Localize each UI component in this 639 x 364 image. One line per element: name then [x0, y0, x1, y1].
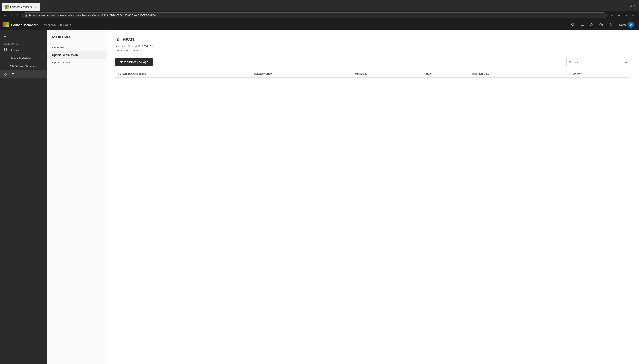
sub-nav: IoTInspire Overview Update submission Up…	[47, 30, 107, 364]
search-icon[interactable]	[622, 58, 630, 66]
hamburger-icon[interactable]: ☰	[0, 32, 47, 41]
svg-rect-3	[7, 7, 9, 9]
top-bar: Partner Dashboard | Windows 10 IoT Core	[0, 20, 639, 30]
subnav-item-update-flighting[interactable]: Update flighting	[47, 59, 107, 66]
svg-rect-5	[6, 22, 9, 24]
browser-nav: ← → ↻ 🔒 https://partner.microsoft.com/en…	[0, 11, 639, 20]
svg-rect-0	[5, 5, 7, 7]
sidebar-label-drivers: Drivers	[10, 48, 19, 52]
hub-btn[interactable]: ≡	[616, 12, 622, 18]
more-btn[interactable]: ···	[629, 12, 635, 18]
col-header-update-id[interactable]: Update ID	[353, 70, 423, 78]
tab-close-btn[interactable]: ✕	[34, 5, 37, 9]
chat-icon-btn[interactable]	[578, 20, 587, 29]
data-table: Custom package name Release verison Upda…	[115, 70, 630, 78]
reload-btn[interactable]: ↻	[16, 12, 21, 18]
meta-variant-id: Hardware Variant ID: IoTHw01	[115, 45, 630, 48]
new-custom-package-btn[interactable]: New custom package	[115, 58, 153, 66]
share-btn[interactable]: ↗	[623, 12, 629, 18]
nav-actions: ☆ ≡ ↗ ···	[607, 12, 637, 18]
sidebar-label-device-metadata: Device Metadata	[10, 56, 31, 60]
topbar-subtitle: Windows 10 IoT Core	[44, 23, 71, 26]
svg-rect-6	[4, 25, 6, 27]
svg-line-31	[627, 62, 628, 63]
meta-architecture: Architecture: ARM	[115, 49, 630, 52]
content-panel: IoTInspire Overview Update submission Up…	[47, 30, 639, 364]
tab-favicon	[5, 5, 9, 9]
back-btn[interactable]: ←	[2, 12, 8, 18]
app-shell: Partner Dashboard | Windows 10 IoT Core	[0, 20, 639, 364]
toolbar: New custom package	[115, 58, 630, 66]
browser-chrome: Partner Dashboard ✕ + ─ □ ✕	[0, 0, 639, 11]
subnav-title: IoTInspire	[47, 35, 107, 44]
col-header-release[interactable]: Release verison	[251, 70, 353, 78]
subnav-item-overview[interactable]: Overview	[47, 44, 107, 51]
svg-point-8	[572, 24, 574, 26]
help-icon-btn[interactable]: ?	[597, 20, 605, 29]
svg-rect-17	[4, 50, 5, 52]
svg-point-11	[591, 24, 592, 25]
people-icon-btn[interactable]	[587, 20, 596, 29]
svg-rect-4	[4, 22, 6, 24]
sidebar-item-device-metadata[interactable]: Device Metadata	[0, 54, 47, 62]
svg-rect-16	[6, 48, 7, 50]
sidebar-item-file-signing[interactable]: File Signing Services	[0, 62, 47, 70]
svg-point-25	[4, 73, 7, 76]
svg-rect-15	[4, 48, 5, 50]
file-signing-icon	[4, 64, 7, 68]
minimize-btn[interactable]: ─	[626, 4, 628, 7]
svg-rect-1	[7, 5, 9, 7]
search-box[interactable]	[566, 58, 630, 66]
sidebar-section-hardware: HARDWARE	[0, 41, 47, 46]
svg-rect-10	[581, 23, 584, 26]
user-area[interactable]: Demo D	[617, 21, 635, 28]
main-content: IoTHw01 Hardware Variant ID: IoTHw01 Arc…	[107, 30, 639, 364]
svg-line-9	[574, 26, 574, 26]
active-tab[interactable]: Partner Dashboard ✕	[2, 3, 41, 11]
sort-icon-modified: ↑	[491, 73, 492, 75]
forward-btn[interactable]: →	[9, 12, 15, 18]
browser-tabs: Partner Dashboard ✕ +	[2, 0, 47, 11]
sidebar: ☰ HARDWARE Drivers	[0, 30, 47, 364]
svg-text:?: ?	[600, 24, 602, 26]
main-layout: ☰ HARDWARE Drivers	[0, 30, 639, 364]
settings-icon-btn[interactable]	[606, 20, 615, 29]
svg-rect-7	[6, 25, 9, 27]
table-header-row: Custom package name Release verison Upda…	[115, 70, 630, 78]
col-header-name[interactable]: Custom package name	[115, 70, 251, 78]
address-bar[interactable]: 🔒 https://partner.microsoft.com/en-us/da…	[22, 12, 606, 18]
sidebar-item-drivers[interactable]: Drivers	[0, 46, 47, 54]
page-title: IoTHw01	[115, 37, 630, 42]
sidebar-label-file-signing: File Signing Services	[10, 65, 36, 68]
url-text: https://partner.microsoft.com/en-us/dash…	[29, 14, 156, 17]
tab-title: Partner Dashboard	[10, 6, 32, 8]
lock-icon: 🔒	[25, 14, 28, 17]
user-name: Demo	[619, 23, 626, 26]
col-header-actions[interactable]: Actions	[571, 70, 630, 78]
ms-logo	[4, 22, 9, 27]
svg-point-24	[5, 74, 6, 75]
svg-point-14	[610, 24, 611, 26]
top-bar-icons: ?	[569, 20, 615, 29]
search-icon-btn[interactable]	[569, 20, 577, 29]
subnav-item-update-submission[interactable]: Update submission	[47, 51, 107, 59]
new-tab-btn[interactable]: +	[41, 5, 47, 11]
close-btn[interactable]: ✕	[633, 4, 635, 7]
topbar-title: Partner Dashboard	[11, 23, 38, 27]
device-metadata-icon	[4, 56, 7, 60]
col-header-modified[interactable]: Modified Date ↑	[470, 70, 571, 78]
iot-icon	[4, 72, 7, 76]
user-avatar: D	[628, 22, 634, 28]
drivers-icon	[4, 48, 7, 52]
svg-rect-2	[5, 7, 7, 9]
maximize-btn[interactable]: □	[630, 4, 631, 7]
search-input[interactable]	[566, 60, 622, 64]
svg-rect-18	[6, 50, 7, 52]
sidebar-item-iot[interactable]: IoT	[0, 70, 47, 78]
favorites-btn[interactable]: ☆	[609, 12, 615, 18]
col-header-state[interactable]: State	[423, 70, 470, 78]
topbar-divider: |	[41, 23, 42, 27]
sidebar-label-iot: IoT	[10, 73, 14, 76]
svg-point-30	[625, 61, 627, 62]
